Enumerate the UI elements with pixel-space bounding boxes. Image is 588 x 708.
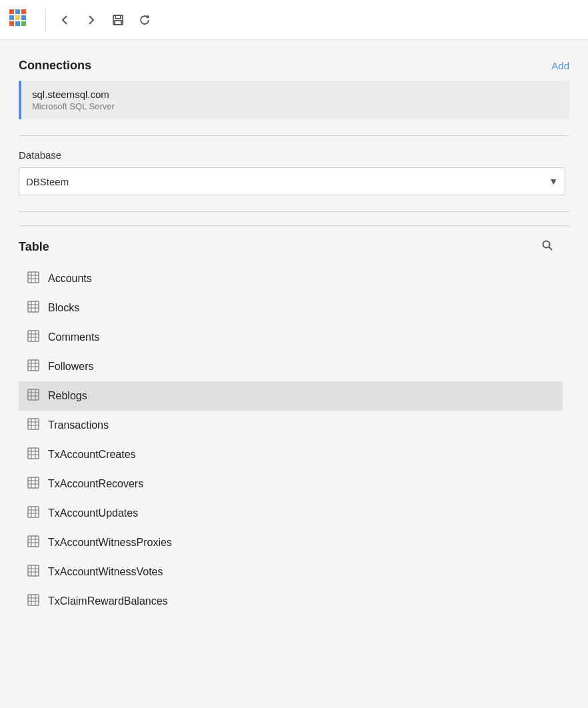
svg-rect-2: [21, 9, 26, 14]
table-list-item[interactable]: Followers: [19, 352, 563, 381]
table-list-item[interactable]: Blocks: [19, 293, 563, 323]
forward-button[interactable]: [81, 9, 102, 31]
connection-info: sql.steemsql.com Microsoft SQL Server: [32, 89, 115, 111]
svg-rect-5: [21, 15, 26, 20]
svg-rect-10: [115, 15, 121, 19]
table-header: Table: [19, 237, 569, 257]
section-divider: [19, 135, 569, 136]
svg-rect-4: [15, 15, 20, 20]
toolbar: [0, 0, 588, 40]
chevron-down-icon: ▼: [549, 176, 558, 187]
table-item-label: TxAccountWitnessVotes: [48, 566, 163, 578]
svg-rect-29: [28, 360, 39, 371]
svg-rect-11: [115, 21, 121, 25]
table-list: Accounts Blocks Comments Followers Reblo…: [19, 264, 569, 611]
connections-header: Connections Add: [19, 59, 569, 73]
table-item-label: TxClaimRewardBalances: [48, 595, 168, 607]
table-item-label: Comments: [48, 331, 99, 343]
table-grid-icon: [27, 417, 40, 433]
svg-rect-24: [28, 331, 39, 341]
table-list-item[interactable]: Reblogs: [19, 381, 563, 411]
table-grid-icon: [27, 447, 40, 463]
table-item-label: Followers: [48, 361, 93, 373]
table-list-item[interactable]: TxAccountRecovers: [19, 469, 563, 499]
table-list-container: Accounts Blocks Comments Followers Reblo…: [19, 264, 569, 611]
table-grid-icon: [27, 564, 40, 580]
table-item-label: Accounts: [48, 273, 92, 285]
table-grid-icon: [27, 388, 40, 404]
app-logo: [8, 8, 32, 32]
table-list-item[interactable]: TxClaimRewardBalances: [19, 587, 563, 611]
table-grid-icon: [27, 476, 40, 492]
svg-rect-39: [28, 419, 39, 429]
svg-line-13: [549, 247, 553, 251]
connection-type: Microsoft SQL Server: [32, 101, 115, 111]
table-item-label: Blocks: [48, 302, 79, 314]
table-item-label: TxAccountRecovers: [48, 478, 143, 490]
table-list-item[interactable]: TxAccountWitnessVotes: [19, 557, 563, 587]
svg-rect-59: [28, 536, 39, 547]
table-list-item[interactable]: Accounts: [19, 264, 563, 293]
section-divider-2: [19, 211, 569, 212]
database-label: Database: [19, 149, 569, 161]
svg-rect-1: [15, 9, 20, 14]
database-value: DBSteem: [26, 176, 549, 187]
svg-rect-54: [28, 507, 39, 517]
table-list-item[interactable]: Transactions: [19, 411, 563, 440]
table-grid-icon: [27, 535, 40, 551]
table-grid-icon: [27, 271, 40, 287]
back-button[interactable]: [54, 9, 75, 31]
table-grid-icon: [27, 329, 40, 345]
svg-rect-8: [21, 21, 26, 26]
add-connection-button[interactable]: Add: [551, 60, 569, 71]
table-item-label: TxAccountWitnessProxies: [48, 537, 172, 549]
toolbar-divider: [45, 8, 46, 32]
refresh-button[interactable]: [134, 9, 155, 31]
svg-rect-64: [28, 565, 39, 576]
table-item-label: TxAccountUpdates: [48, 507, 138, 519]
svg-rect-19: [28, 301, 39, 312]
svg-rect-3: [9, 15, 14, 20]
table-grid-icon: [27, 359, 40, 375]
svg-rect-44: [28, 448, 39, 459]
table-item-label: Reblogs: [48, 390, 87, 402]
svg-rect-34: [28, 389, 39, 400]
svg-rect-6: [9, 21, 14, 26]
svg-rect-7: [15, 21, 20, 26]
table-grid-icon: [27, 300, 40, 316]
table-list-item[interactable]: TxAccountCreates: [19, 440, 563, 469]
table-item-label: Transactions: [48, 419, 109, 431]
table-search-button[interactable]: [539, 237, 556, 257]
table-grid-icon: [27, 505, 40, 521]
database-select[interactable]: DBSteem ▼: [19, 167, 565, 195]
svg-rect-49: [28, 477, 39, 488]
table-list-item[interactable]: TxAccountWitnessProxies: [19, 528, 563, 557]
table-title: Table: [19, 240, 49, 254]
svg-rect-14: [28, 272, 39, 283]
table-list-item[interactable]: TxAccountUpdates: [19, 499, 563, 528]
connection-item[interactable]: sql.steemsql.com Microsoft SQL Server: [19, 81, 569, 119]
svg-rect-69: [28, 595, 39, 605]
table-section: Table Accounts Blocks: [19, 225, 569, 611]
save-button[interactable]: [107, 9, 129, 31]
connection-name: sql.steemsql.com: [32, 89, 115, 100]
svg-point-12: [543, 241, 550, 248]
table-list-item[interactable]: Comments: [19, 323, 563, 352]
svg-rect-0: [9, 9, 14, 14]
table-grid-icon: [27, 593, 40, 609]
table-item-label: TxAccountCreates: [48, 449, 136, 461]
main-content: Connections Add sql.steemsql.com Microso…: [0, 40, 588, 611]
connections-title: Connections: [19, 59, 91, 73]
